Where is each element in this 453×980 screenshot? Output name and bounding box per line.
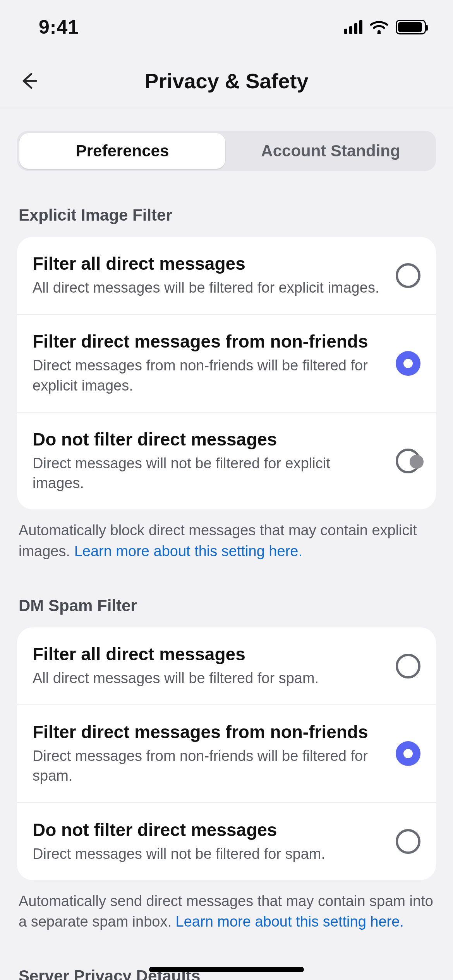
- option-subtitle: Direct messages will not be filtered for…: [33, 454, 384, 493]
- radio-icon: [396, 654, 420, 678]
- tab-account-standing[interactable]: Account Standing: [228, 133, 434, 169]
- option-title: Do not filter direct messages: [33, 429, 384, 450]
- section-heading-explicit: Explicit Image Filter: [17, 206, 436, 224]
- radio-icon: [396, 351, 420, 376]
- status-bar: 9:41: [0, 0, 453, 54]
- option-spam-filter-non-friends[interactable]: Filter direct messages from non-friends …: [17, 705, 436, 803]
- option-title: Filter all direct messages: [33, 253, 384, 274]
- radio-icon: [396, 449, 420, 473]
- radio-icon: [396, 263, 420, 288]
- option-subtitle: All direct messages will be filtered for…: [33, 278, 384, 298]
- option-subtitle: Direct messages from non-friends will be…: [33, 356, 384, 396]
- page-title: Privacy & Safety: [0, 69, 453, 93]
- option-title: Filter all direct messages: [33, 644, 384, 665]
- section-heading-spam: DM Spam Filter: [17, 596, 436, 615]
- wifi-icon: [369, 20, 389, 34]
- svg-point-0: [378, 30, 381, 33]
- option-spam-no-filter[interactable]: Do not filter direct messages Direct mes…: [17, 803, 436, 880]
- option-explicit-filter-non-friends[interactable]: Filter direct messages from non-friends …: [17, 315, 436, 413]
- cellular-icon: [344, 20, 362, 34]
- option-title: Do not filter direct messages: [33, 819, 384, 840]
- option-subtitle: All direct messages will be filtered for…: [33, 668, 384, 688]
- status-time: 9:41: [39, 16, 79, 38]
- home-indicator: [149, 967, 304, 972]
- tab-preferences[interactable]: Preferences: [19, 133, 225, 169]
- dm-spam-filter-card: Filter all direct messages All direct me…: [17, 627, 436, 880]
- option-explicit-filter-all[interactable]: Filter all direct messages All direct me…: [17, 237, 436, 315]
- nav-header: Privacy & Safety: [0, 54, 453, 108]
- option-spam-filter-all[interactable]: Filter all direct messages All direct me…: [17, 627, 436, 705]
- option-title: Filter direct messages from non-friends: [33, 721, 384, 742]
- battery-icon: [396, 20, 426, 34]
- option-subtitle: Direct messages from non-friends will be…: [33, 746, 384, 786]
- learn-more-link[interactable]: Learn more about this setting here.: [74, 543, 302, 559]
- option-explicit-no-filter[interactable]: Do not filter direct messages Direct mes…: [17, 413, 436, 510]
- status-indicators: [344, 20, 426, 34]
- explicit-image-filter-card: Filter all direct messages All direct me…: [17, 237, 436, 509]
- option-subtitle: Direct messages will not be filtered for…: [33, 844, 384, 864]
- option-title: Filter direct messages from non-friends: [33, 331, 384, 352]
- learn-more-link[interactable]: Learn more about this setting here.: [176, 913, 404, 930]
- radio-icon: [396, 829, 420, 854]
- section-footer-spam: Automatically send direct messages that …: [17, 891, 436, 932]
- section-footer-explicit: Automatically block direct messages that…: [17, 520, 436, 561]
- radio-icon: [396, 741, 420, 766]
- tab-bar: Preferences Account Standing: [17, 131, 436, 171]
